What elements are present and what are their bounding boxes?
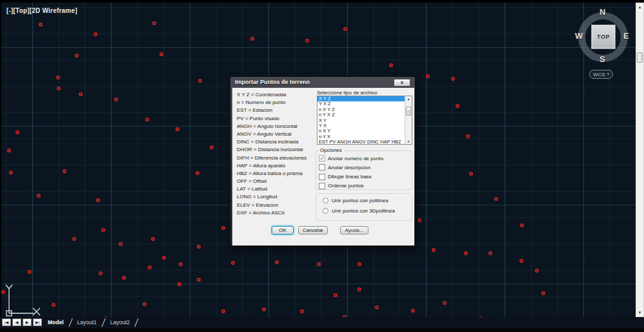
listbox-scrollbar-thumb[interactable]: ≡ xyxy=(406,107,411,116)
scroll-up-icon[interactable]: ▲ xyxy=(636,3,643,11)
viewcube-top-face[interactable]: TOP xyxy=(591,25,616,49)
checkbox[interactable] xyxy=(319,164,325,171)
radio-row[interactable]: Unir puntos con polilinea xyxy=(323,198,388,203)
checkbox[interactable]: ✓ xyxy=(319,155,325,161)
drawing-point xyxy=(72,237,76,241)
drawing-point xyxy=(432,248,436,252)
viewcube-north[interactable]: N xyxy=(599,7,605,17)
file-type-option[interactable]: X Y xyxy=(317,118,412,123)
wcs-button[interactable]: WCS ▾ xyxy=(589,70,613,79)
cancel-button[interactable]: Cancelar xyxy=(298,226,328,234)
abbreviation-label: EST = Estacion xyxy=(237,107,307,114)
drawing-point xyxy=(79,92,83,96)
viewcube-east[interactable]: E xyxy=(623,31,629,41)
drawing-point xyxy=(535,269,539,273)
drawing-point xyxy=(520,223,524,227)
drawing-point xyxy=(122,276,126,280)
drawing-point xyxy=(357,262,361,266)
checkbox-row[interactable]: ✓Anotar numero de punto xyxy=(319,155,383,161)
checkbox-label: Ordenar puntos xyxy=(328,183,364,189)
viewcube-south[interactable]: S xyxy=(599,54,605,64)
abbreviation-label: ANGV = Angulo Vertical xyxy=(237,130,307,138)
scroll-down-icon[interactable]: ▼ xyxy=(405,140,412,143)
viewcube-west[interactable]: W xyxy=(575,31,583,41)
drawing-point xyxy=(443,301,447,305)
vertical-scrollbar[interactable]: ▲ ▼ xyxy=(636,3,644,317)
drawing-point xyxy=(375,306,379,309)
file-type-option[interactable]: Y X xyxy=(317,123,412,129)
file-type-listbox[interactable]: X Y ZY X Zn X Y Zn Y X ZX YY Xn X Yn Y X… xyxy=(317,96,412,145)
abbreviation-label: HBZ = Altura baliza o prisma xyxy=(237,170,307,178)
viewport-controls[interactable]: [-][Top][2D Wireframe] xyxy=(6,7,77,14)
drawing-point xyxy=(250,37,254,41)
drawing-point xyxy=(96,198,100,202)
drawing-point xyxy=(343,27,347,31)
file-type-option[interactable]: X Y Z xyxy=(317,96,412,101)
drawing-point xyxy=(7,149,11,152)
drawing-point xyxy=(143,302,146,306)
scroll-up-icon[interactable]: ▲ xyxy=(405,97,412,101)
scroll-down-icon[interactable]: ▼ xyxy=(636,309,643,316)
radio-button[interactable] xyxy=(323,208,328,214)
help-button[interactable]: Ayuda... xyxy=(340,226,368,234)
drawing-point xyxy=(152,21,156,25)
last-tab-button[interactable]: ▶| xyxy=(33,318,42,326)
drawing-point xyxy=(210,145,214,149)
checkbox-row[interactable]: Anotar descripcion xyxy=(319,164,370,171)
listbox-scrollbar[interactable]: ▲ ≡ ▼ xyxy=(405,96,412,144)
checkbox[interactable] xyxy=(319,174,325,180)
drawing-point xyxy=(179,262,183,266)
abbreviation-label: DINC = Distancia inclinada xyxy=(237,138,307,146)
radio-button[interactable] xyxy=(323,198,328,203)
previous-tab-button[interactable]: ◀ xyxy=(12,318,21,326)
checkbox-row[interactable]: Dibujar lineas base xyxy=(319,174,372,180)
tab-layout1[interactable]: Layout1 xyxy=(71,317,103,328)
drawing-point xyxy=(231,261,235,265)
abbreviation-label: OFF = Offset xyxy=(237,178,307,185)
drawing-point xyxy=(197,278,201,282)
window-bottom-edge xyxy=(0,328,644,332)
abbreviation-label: DHOR = Distancia horizontal xyxy=(237,146,307,154)
dialog-body: X Y Z = Coordenadasn = Numero de puntoES… xyxy=(232,88,414,245)
abbreviation-label: DXF = Archivo ASCII xyxy=(237,209,307,217)
drawing-point xyxy=(198,79,202,83)
import-points-dialog: Importar Puntos de terreno x X Y Z = Coo… xyxy=(230,76,416,247)
drawing-point xyxy=(541,291,545,295)
drawing-point xyxy=(451,77,455,81)
ucs-icon xyxy=(3,284,44,319)
drawing-point xyxy=(196,171,199,175)
file-type-option[interactable]: EST PV ANGH ANGV DINC HAP HBZ xyxy=(317,140,412,145)
drawing-point xyxy=(148,265,152,269)
drawing-point xyxy=(456,104,459,108)
checkbox[interactable] xyxy=(319,183,325,189)
abbreviation-label: n = Numero de punto xyxy=(237,99,307,107)
drawing-point xyxy=(357,287,361,291)
drawing-point xyxy=(488,251,492,255)
drawing-point xyxy=(262,307,266,311)
checkbox-label: Anotar numero de punto xyxy=(328,156,383,161)
layout-tab-bar: |◀ ◀ ▶ ▶| ModelLayout1Layout2 ◀ ▶ xyxy=(0,317,644,328)
first-tab-button[interactable]: |◀ xyxy=(2,318,11,326)
join-points-groupbox: Unir puntos con polilineaUnir puntos con… xyxy=(316,193,412,221)
abbreviation-label: ELEV = Elevacion xyxy=(237,202,307,209)
drawing-point xyxy=(94,32,97,36)
file-type-option[interactable]: n X Y xyxy=(317,129,412,134)
tab-layout2[interactable]: Layout2 xyxy=(104,317,136,328)
ok-button[interactable]: OK xyxy=(272,226,294,234)
abbreviation-label: ANGH = Angulo horizontal xyxy=(237,123,307,130)
abbreviation-label: HAP = Altura aparato xyxy=(237,162,307,170)
close-button[interactable]: x xyxy=(394,79,410,87)
checkbox-row[interactable]: Ordenar puntos xyxy=(319,183,364,189)
drawing-point xyxy=(334,293,337,297)
next-tab-button[interactable]: ▶ xyxy=(23,318,32,326)
drawing-point xyxy=(519,259,523,263)
drawing-point xyxy=(494,197,498,201)
checkbox-label: Anotar descripcion xyxy=(328,165,370,171)
tab-model[interactable]: Model xyxy=(41,317,70,328)
wcs-label: WCS xyxy=(593,72,605,78)
drawing-point xyxy=(56,76,60,79)
dialog-title-bar[interactable]: Importar Puntos de terreno xyxy=(232,77,413,88)
radio-row[interactable]: Unir puntos con 3Dpolilinea xyxy=(323,208,395,214)
vertical-scrollbar-thumb[interactable] xyxy=(637,52,643,63)
file-type-option[interactable]: n Y X Z xyxy=(317,112,412,118)
